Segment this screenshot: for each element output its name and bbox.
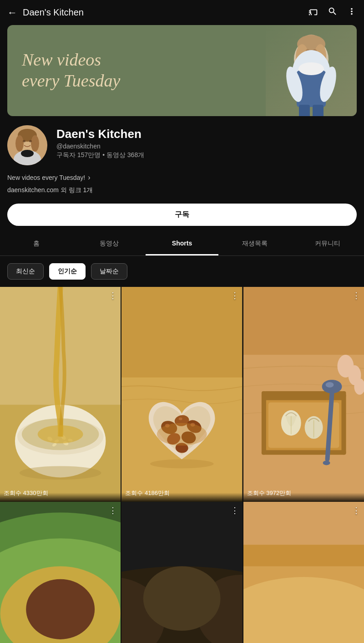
svg-point-49	[157, 423, 207, 446]
thumb-1-image	[0, 287, 121, 502]
avatar-image	[7, 125, 47, 165]
person-silhouette	[269, 25, 354, 116]
partial-thumb-3[interactable]: ⋮	[243, 502, 364, 643]
svg-rect-14	[299, 105, 310, 116]
svg-point-82	[243, 577, 364, 643]
channel-handle: @daenskitchen	[56, 143, 357, 150]
page-title: Daen's Kitchen	[23, 7, 303, 18]
partial-more-2[interactable]: ⋮	[231, 505, 239, 515]
svg-point-36	[38, 425, 83, 444]
channel-banner: New videos every Tuesday	[7, 25, 357, 116]
partial-1-image	[0, 502, 121, 643]
video-thumb-2[interactable]: 조회수 4186만회 ⋮	[121, 287, 242, 502]
partial-2-image	[121, 502, 242, 643]
header-icons	[308, 6, 357, 19]
video-more-2[interactable]: ⋮	[231, 291, 239, 301]
svg-point-24	[21, 150, 34, 157]
tab-playlists[interactable]: 재생목록	[218, 233, 291, 255]
channel-desc-arrow[interactable]: ›	[88, 174, 90, 182]
more-icon[interactable]	[347, 6, 357, 19]
video-thumb-1[interactable]: 조회수 4330만회 ⋮	[0, 287, 121, 502]
svg-point-21	[23, 140, 25, 143]
header: ← Daen's Kitchen	[0, 0, 364, 25]
tab-community[interactable]: 커뮤니티	[291, 233, 364, 255]
channel-description: New videos every Tuesday! ›	[0, 170, 364, 184]
video-grid: 조회수 4330만회 ⋮	[0, 287, 364, 502]
channel-desc-text: New videos every Tuesday!	[7, 174, 85, 181]
video-views-1: 조회수 4330만회	[4, 489, 117, 497]
back-button[interactable]: ←	[7, 7, 17, 19]
svg-point-71	[26, 579, 95, 639]
tab-shorts[interactable]: Shorts	[146, 233, 218, 255]
partial-3-image	[243, 502, 364, 643]
channel-info: Daen's Kitchen @daenskitchen 구독자 157만명 •…	[0, 116, 364, 170]
video-more-3[interactable]: ⋮	[352, 291, 360, 301]
filter-popular[interactable]: 인기순	[49, 263, 86, 280]
video-views-3: 조회수 3972만회	[247, 489, 360, 497]
channel-details: Daen's Kitchen @daenskitchen 구독자 157만명 •…	[56, 125, 357, 159]
partial-thumb-1[interactable]: ⋮	[0, 502, 121, 643]
tab-home[interactable]: 홈	[0, 233, 73, 255]
banner-text: New videos every Tuesday	[22, 50, 120, 91]
filter-latest[interactable]: 최신순	[7, 263, 44, 280]
svg-point-63	[325, 382, 334, 388]
svg-rect-56	[262, 391, 266, 455]
svg-point-22	[29, 140, 32, 143]
svg-rect-58	[262, 450, 346, 455]
video-views-2: 조회수 4186만회	[125, 489, 238, 497]
svg-point-47	[179, 418, 182, 420]
subscribe-button-wrap: 구독	[0, 202, 364, 233]
video-row-2: ⋮ ⋮ ⋮	[0, 502, 364, 643]
svg-point-50	[150, 459, 214, 468]
svg-point-19	[15, 135, 24, 152]
video-overlay-1: 조회수 4330만회	[0, 484, 121, 502]
thumb-3-image	[243, 287, 364, 502]
partial-thumb-2[interactable]: ⋮	[121, 502, 242, 643]
svg-point-37	[20, 466, 101, 480]
channel-link[interactable]: daenskitchen.com 외 링크 1개	[0, 184, 364, 202]
svg-rect-15	[313, 105, 324, 116]
partial-more-3[interactable]: ⋮	[352, 505, 360, 515]
svg-point-62	[323, 460, 330, 465]
cast-icon[interactable]	[308, 6, 318, 19]
partial-more-1[interactable]: ⋮	[109, 505, 117, 515]
video-more-1[interactable]: ⋮	[109, 291, 117, 301]
video-overlay-2: 조회수 4186만회	[121, 484, 242, 502]
channel-name: Daen's Kitchen	[56, 127, 357, 141]
tab-videos[interactable]: 동영상	[73, 233, 146, 255]
filters-row: 최신순 인기순 날짜순	[0, 256, 364, 287]
search-icon[interactable]	[328, 6, 338, 19]
thumb-2-image	[121, 287, 242, 502]
svg-point-11	[298, 62, 324, 75]
tabs-bar: 홈 동영상 Shorts 재생목록 커뮤니티	[0, 233, 364, 256]
channel-stats: 구독자 157만명 • 동영상 368개	[56, 151, 357, 159]
video-overlay-3: 조회수 3972만회	[243, 484, 364, 502]
channel-avatar	[7, 125, 47, 165]
filter-date[interactable]: 날짜순	[91, 263, 127, 280]
svg-point-78	[143, 566, 221, 631]
subscribe-button[interactable]: 구독	[7, 204, 357, 226]
svg-rect-57	[341, 391, 346, 455]
svg-point-20	[31, 135, 39, 152]
banner-person	[266, 25, 357, 116]
video-thumb-3[interactable]: 조회수 3972만회 ⋮	[243, 287, 364, 502]
